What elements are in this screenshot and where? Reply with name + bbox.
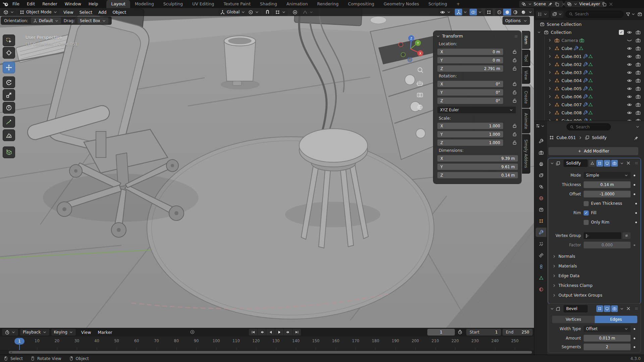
outliner-row-cube-008[interactable]: Cube.008 (534, 109, 644, 117)
outliner-row-cube[interactable]: Cube (534, 44, 644, 52)
overlays-popover[interactable] (477, 9, 483, 15)
animate-dot[interactable] (635, 212, 637, 214)
render-visibility-toggle[interactable] (636, 38, 641, 43)
lock-icon[interactable] (512, 49, 517, 54)
properties-tab-collection[interactable] (536, 205, 546, 214)
outliner-row-cube-003[interactable]: Cube.003 (534, 68, 644, 76)
collection-row[interactable]: Collection ✓ (534, 28, 644, 36)
properties-tab-object[interactable] (536, 216, 546, 226)
workspace-tab-uv-editing[interactable]: UV Editing (187, 0, 219, 8)
outliner-row-cube-005[interactable]: Cube.005 (534, 84, 644, 93)
tool-scale-button[interactable] (3, 89, 15, 101)
rotation-mode-dropdown[interactable]: XYZ Euler (437, 107, 516, 113)
properties-tab-material[interactable] (536, 285, 546, 294)
frame-start-field[interactable]: Start 1 (466, 329, 501, 336)
xray-toggle[interactable] (485, 9, 493, 15)
properties-search-input[interactable]: Search (567, 123, 611, 130)
solidify-render-toggle[interactable] (611, 160, 618, 167)
workspace-tab-modeling[interactable]: Modeling (130, 0, 159, 8)
play-reverse-button[interactable] (266, 329, 275, 336)
close-icon[interactable] (626, 161, 631, 166)
hide-eye-toggle[interactable] (627, 78, 632, 83)
animate-dot[interactable] (634, 175, 635, 176)
tool-tweak-button[interactable] (3, 35, 15, 46)
npanel-tab-item[interactable]: Item (522, 31, 530, 49)
mode-selector[interactable]: Object Mode (17, 9, 59, 15)
stopwatch-icon[interactable] (458, 329, 463, 335)
shading-wireframe-button[interactable] (495, 9, 503, 15)
menu-window[interactable]: Window (61, 0, 85, 8)
render-visibility-toggle[interactable] (636, 86, 641, 91)
properties-tab-output[interactable] (536, 159, 546, 169)
timeline-menu-marker[interactable]: Marker (95, 330, 116, 335)
solidify-offset-field[interactable]: -1.0000 (584, 191, 631, 197)
expand-icon[interactable] (548, 46, 552, 50)
next-keyframe-button[interactable] (284, 329, 292, 336)
viewlayer-selector[interactable]: ViewLayer (565, 1, 604, 7)
solidify-realtime-toggle[interactable] (604, 160, 610, 167)
workspace-tab-compositing[interactable]: Compositing (343, 0, 379, 8)
viewport-menu-object[interactable]: Object (112, 10, 126, 15)
animate-dot[interactable] (634, 184, 635, 186)
menu-render[interactable]: Render (39, 0, 61, 8)
tool-annotate-button[interactable] (3, 116, 15, 128)
outliner-row-cube-009[interactable]: Cube.009 (534, 117, 644, 121)
timeline-scrollbar[interactable] (9, 351, 532, 354)
properties-tab-view-layer[interactable] (536, 171, 546, 180)
hide-eye-toggle[interactable] (627, 94, 632, 99)
tool-cursor-button[interactable] (3, 47, 15, 59)
workspace-tab-rendering[interactable]: Rendering (313, 0, 343, 8)
outliner-filter[interactable] (626, 12, 635, 17)
lock-icon[interactable] (512, 98, 517, 103)
properties-tab-constraints[interactable] (536, 262, 546, 271)
section-output-vertex-groups[interactable]: Output Vertex Groups (552, 293, 602, 298)
panel-grip-icon[interactable] (514, 34, 519, 39)
dimension-y-field[interactable]: Y9.61 m (437, 164, 518, 170)
dimension-z-field[interactable]: Z0.14 m (437, 172, 518, 178)
npanel-tab-simply-addons[interactable]: Simply Addons (522, 134, 530, 174)
section-thickness-clamp[interactable]: Thickness Clamp (552, 283, 593, 288)
transform-orientation-selector[interactable]: Global (218, 9, 247, 15)
bevel-render-toggle[interactable] (611, 305, 618, 312)
hide-eye-toggle[interactable] (627, 62, 632, 67)
render-visibility-toggle[interactable] (636, 78, 641, 83)
bevel-segments-field[interactable]: 2 (584, 344, 631, 350)
scene-collection-row[interactable]: Scene Collection (534, 20, 644, 28)
timeline-menu-view[interactable]: View (78, 330, 95, 335)
proportional-editing-toggle[interactable] (291, 9, 299, 15)
rim-fill-checkbox[interactable]: ✓ (584, 210, 589, 216)
hide-eye-toggle[interactable] (627, 54, 632, 59)
hide-eye-toggle[interactable] (627, 38, 632, 43)
lock-icon[interactable] (512, 66, 517, 71)
workspace-tab-scripting[interactable]: Scripting (424, 0, 452, 8)
render-visibility-toggle[interactable] (636, 102, 641, 107)
new-collection-icon[interactable] (637, 12, 642, 17)
hide-eye-toggle[interactable] (627, 118, 632, 121)
pin-icon[interactable] (548, 2, 553, 7)
expand-icon[interactable] (537, 30, 541, 34)
transform-panel-header[interactable]: Transform (436, 34, 463, 39)
play-button[interactable] (275, 329, 283, 336)
animate-dot[interactable] (635, 222, 637, 223)
lock-icon[interactable] (512, 57, 517, 63)
properties-tab-modifiers[interactable] (536, 228, 546, 237)
lock-icon[interactable] (512, 131, 517, 137)
section-normals[interactable]: Normals (552, 254, 575, 259)
orientation-setting-dropdown[interactable]: Default (31, 17, 61, 24)
rotation-y-field[interactable]: Y0° (437, 89, 503, 96)
location-z-field[interactable]: Z2.791 m (437, 65, 503, 72)
outliner-row-cube-007[interactable]: Cube.007 (534, 101, 644, 109)
outliner-display-mode[interactable] (536, 11, 549, 18)
solidify-cage-toggle[interactable] (596, 160, 603, 167)
properties-tab-data[interactable] (536, 273, 546, 283)
animate-dot[interactable] (635, 203, 637, 204)
outliner-scope-selector[interactable] (551, 11, 564, 18)
outliner-row-cube-006[interactable]: Cube.006 (534, 93, 644, 101)
workspace-tab-shading[interactable]: Shading (255, 0, 282, 8)
vertex-group-field[interactable] (584, 232, 621, 239)
rotation-z-field[interactable]: Z0° (437, 98, 503, 104)
proportional-falloff-selector[interactable] (301, 9, 315, 15)
viewport-menu-select[interactable]: Select (79, 10, 93, 15)
animate-dot[interactable] (634, 244, 635, 246)
tool-rotate-button[interactable] (3, 76, 15, 88)
